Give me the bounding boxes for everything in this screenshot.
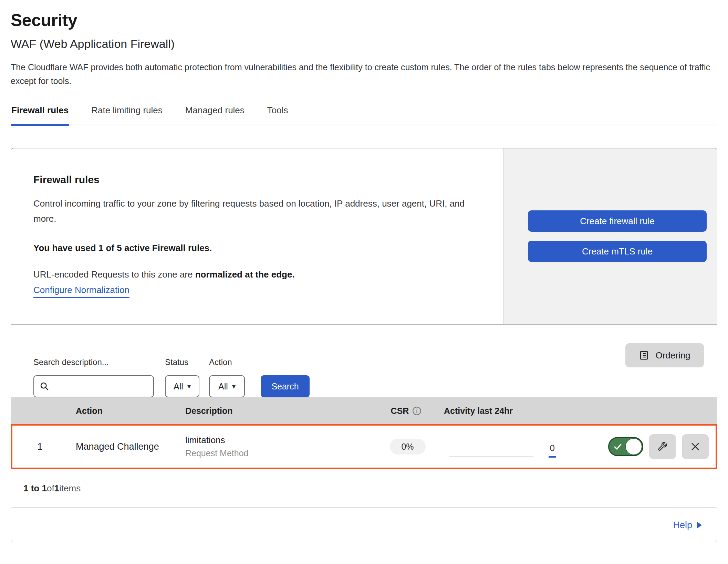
card-top-section: Firewall rules Control incoming traffic …: [11, 148, 717, 324]
row-description-sub: Request Method: [185, 448, 371, 458]
help-link[interactable]: Help: [673, 520, 702, 531]
info-icon[interactable]: [412, 406, 422, 416]
activity-count-link[interactable]: 0: [549, 443, 556, 458]
wrench-icon: [657, 441, 668, 452]
firewall-rules-card: Firewall rules Control incoming traffic …: [11, 148, 717, 542]
row-description: limitations: [185, 435, 371, 446]
create-firewall-rule-button[interactable]: Create firewall rule: [528, 210, 707, 232]
ordering-list-icon: [639, 350, 649, 361]
tab-tools[interactable]: Tools: [267, 105, 289, 125]
table-header: Action Description CSR Activity last 24h…: [11, 397, 717, 424]
waf-tabbar: Firewall rules Rate limiting rules Manag…: [11, 105, 717, 125]
page-subtitle: WAF (Web Application Firewall): [11, 37, 717, 51]
search-input[interactable]: [54, 382, 148, 391]
check-icon: [613, 442, 622, 451]
items-count: 1 to 1 of 1 items: [11, 469, 717, 508]
chevron-down-icon: ▾: [232, 383, 236, 390]
page-title: Security: [11, 10, 717, 30]
header-csr: CSR: [369, 406, 443, 416]
action-filter-field: Action All ▾: [199, 357, 245, 397]
status-select[interactable]: All ▾: [165, 375, 199, 397]
security-waf-page: Security WAF (Web Application Firewall) …: [0, 0, 728, 542]
tab-rate-limiting-rules[interactable]: Rate limiting rules: [91, 105, 163, 125]
normalization-prefix: URL-encoded Requests to this zone are: [33, 269, 195, 280]
action-select-value: All: [218, 382, 228, 391]
status-select-value: All: [174, 382, 183, 391]
delete-rule-button[interactable]: [682, 434, 709, 459]
close-icon: [690, 441, 700, 452]
items-word: items: [59, 483, 81, 494]
search-description-field: Search description...: [33, 357, 154, 397]
row-action: Managed Challenge: [67, 441, 171, 452]
row-index: 1: [12, 441, 67, 452]
tab-managed-rules[interactable]: Managed rules: [185, 105, 245, 125]
page-description: The Cloudflare WAF provides both automat…: [11, 60, 717, 88]
normalization-text: URL-encoded Requests to this zone are no…: [33, 269, 490, 280]
row-controls: [558, 434, 716, 459]
items-range: 1 to 1: [23, 483, 47, 494]
tab-firewall-rules[interactable]: Firewall rules: [11, 105, 69, 125]
chevron-down-icon: ▾: [187, 383, 191, 390]
filter-group: Search description... Status: [33, 337, 310, 397]
row-csr-cell: 0%: [371, 439, 445, 455]
ordering-button-label: Ordering: [655, 350, 690, 361]
configure-normalization-link[interactable]: Configure Normalization: [33, 285, 129, 298]
row-description-cell: limitations Request Method: [171, 435, 371, 458]
header-action: Action: [66, 406, 169, 416]
search-button[interactable]: Search: [261, 375, 310, 397]
panel-description: Control incoming traffic to your zone by…: [33, 196, 488, 226]
ordering-button[interactable]: Ordering: [625, 343, 704, 367]
status-filter-field: Status All ▾: [154, 357, 199, 397]
filter-bar: Search description... Status: [11, 324, 717, 397]
activity-sparkline: [449, 457, 533, 457]
items-of: of: [47, 483, 54, 494]
items-total: 1: [54, 483, 59, 494]
toggle-knob: [626, 439, 642, 455]
panel-heading: Firewall rules: [33, 174, 490, 186]
status-label: Status: [165, 357, 199, 367]
header-description: Description: [169, 406, 369, 416]
usage-text: You have used 1 of 5 active Firewall rul…: [33, 243, 490, 253]
create-mtls-rule-button[interactable]: Create mTLS rule: [528, 241, 707, 262]
firewall-rules-info: Firewall rules Control incoming traffic …: [11, 148, 503, 324]
csr-badge: 0%: [390, 439, 426, 455]
help-arrow-icon: [697, 522, 702, 529]
search-description-label: Search description...: [33, 357, 154, 367]
configure-rule-button[interactable]: [649, 434, 676, 459]
header-activity: Activity last 24hr: [443, 406, 557, 416]
action-select[interactable]: All ▾: [209, 375, 245, 397]
row-activity-cell: 0: [445, 439, 558, 454]
card-actions-panel: Create firewall rule Create mTLS rule: [503, 148, 717, 324]
search-icon: [40, 382, 49, 391]
help-link-label: Help: [673, 520, 692, 531]
header-csr-label: CSR: [391, 406, 409, 416]
help-row: Help: [11, 508, 717, 542]
action-label: Action: [209, 357, 245, 367]
table-row: 1 Managed Challenge limitations Request …: [11, 424, 717, 469]
search-box[interactable]: [33, 375, 154, 397]
rule-enabled-toggle[interactable]: [608, 437, 643, 456]
normalization-bold: normalized at the edge.: [195, 269, 295, 280]
